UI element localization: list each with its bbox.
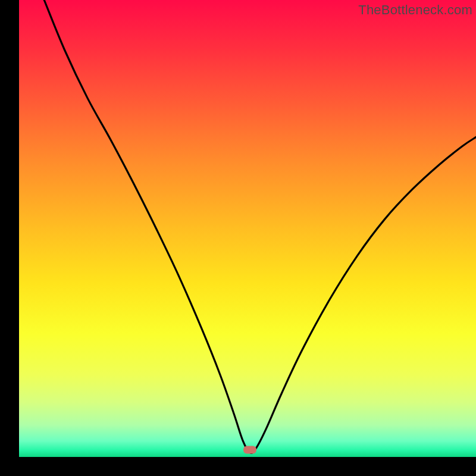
plot-area: TheBottleneck.com <box>19 0 476 457</box>
min-marker <box>243 446 256 454</box>
bottleneck-curve <box>44 0 476 453</box>
bottom-border <box>0 457 476 476</box>
left-border <box>0 0 19 476</box>
watermark-text: TheBottleneck.com <box>358 2 472 18</box>
chart-stage: TheBottleneck.com <box>0 0 476 476</box>
curve-layer <box>19 0 476 457</box>
